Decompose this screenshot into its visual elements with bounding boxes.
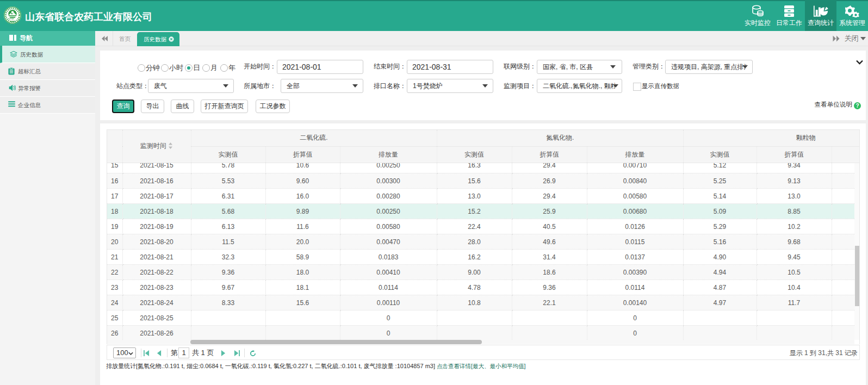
svg-text:MEE: MEE [10,20,15,23]
